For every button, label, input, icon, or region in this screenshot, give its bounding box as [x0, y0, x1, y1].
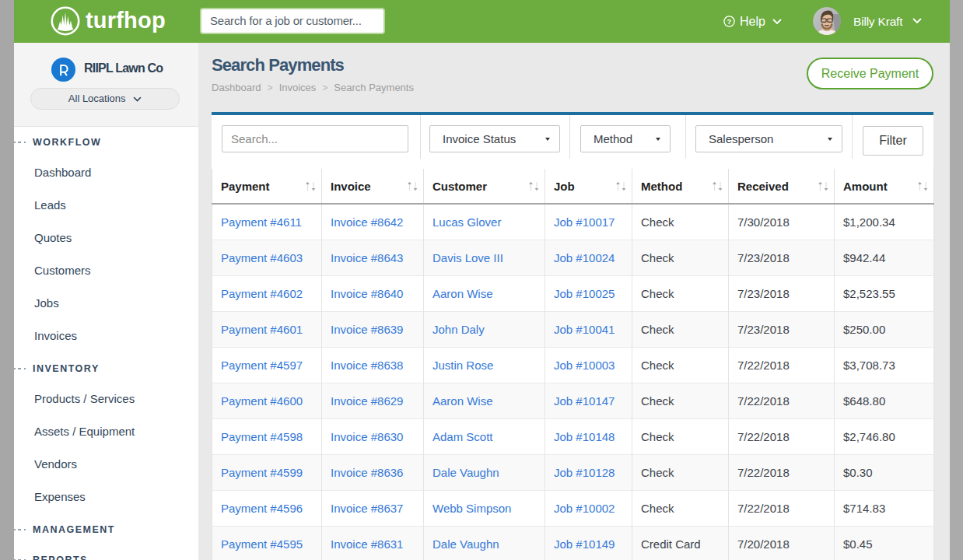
svg-text:?: ? [727, 17, 732, 26]
